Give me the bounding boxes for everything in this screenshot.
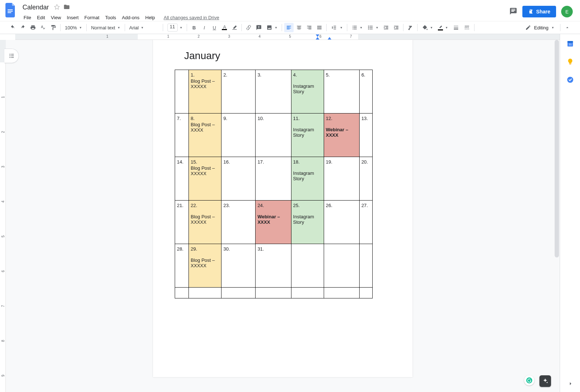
calendar-cell[interactable]: 9.	[221, 114, 256, 157]
highlight-color-button[interactable]	[230, 23, 239, 32]
move-folder-icon[interactable]	[63, 4, 70, 11]
document-area[interactable]: January 1.Blog Post – XXXXX2.3.4.Instagr…	[6, 40, 560, 392]
calendar-cell[interactable]	[291, 288, 324, 298]
calendar-cell[interactable]	[291, 244, 324, 288]
border-style-dropdown[interactable]	[462, 23, 472, 32]
share-button[interactable]: Share	[522, 6, 556, 17]
calendar-cell[interactable]: 5.	[324, 70, 359, 114]
calendar-table[interactable]: 1.Blog Post – XXXXX2.3.4.Instagram Story…	[175, 70, 373, 298]
calendar-cell[interactable]: 17.	[256, 157, 291, 201]
cell-fill-dropdown[interactable]: ▼	[420, 23, 435, 32]
side-panel-expand-icon[interactable]	[568, 381, 573, 388]
mode-dropdown[interactable]: Editing ▼	[522, 25, 558, 30]
doc-title[interactable]: Calendar	[21, 3, 50, 12]
calendar-cell[interactable]: 26.	[324, 201, 359, 244]
calendar-cell[interactable]: 3.	[256, 70, 291, 114]
calendar-cell[interactable]: 1.Blog Post – XXXXX	[189, 70, 221, 114]
outline-toggle[interactable]	[4, 49, 19, 63]
bold-button[interactable]: B	[189, 23, 199, 32]
menu-format[interactable]: Format	[82, 13, 102, 22]
menu-edit[interactable]: Edit	[34, 13, 47, 22]
insert-image-dropdown[interactable]: ▼	[264, 23, 279, 32]
calendar-cell[interactable]: 4.Instagram Story	[291, 70, 324, 114]
calendar-cell[interactable]: 27.	[359, 201, 372, 244]
spellcheck-button[interactable]	[38, 23, 48, 32]
print-button[interactable]	[28, 23, 38, 32]
calendar-cell[interactable]: 31.	[256, 244, 291, 288]
calendar-cell[interactable]: 20.	[359, 157, 372, 201]
border-color-dropdown[interactable]: ▼	[436, 23, 450, 32]
calendar-cell[interactable]: 16.	[221, 157, 256, 201]
menu-help[interactable]: Help	[143, 13, 158, 22]
keep-addon-icon[interactable]	[567, 58, 574, 65]
font-dropdown[interactable]: Arial▼	[127, 23, 161, 32]
calendar-cell[interactable]: 18.Instagram Story	[291, 157, 324, 201]
bulleted-list-dropdown[interactable]: ▼	[365, 23, 381, 32]
calendar-cell[interactable]	[175, 70, 189, 114]
decrease-indent-button[interactable]	[381, 23, 391, 32]
align-center-button[interactable]	[294, 23, 304, 32]
numbered-list-dropdown[interactable]: ▼	[349, 23, 365, 32]
docs-logo[interactable]	[4, 3, 18, 17]
menu-insert[interactable]: Insert	[64, 13, 81, 22]
page-title[interactable]: January	[184, 50, 391, 62]
calendar-cell[interactable]: 29.Blog Post – XXXXX	[189, 244, 221, 288]
calendar-cell[interactable]	[359, 244, 372, 288]
menu-view[interactable]: View	[48, 13, 63, 22]
calendar-cell[interactable]: 25.Instagram Story	[291, 201, 324, 244]
calendar-cell[interactable]: 14.	[175, 157, 189, 201]
calendar-cell[interactable]: 28.	[175, 244, 189, 288]
scrollbar-thumb[interactable]	[555, 40, 559, 257]
account-avatar[interactable]: E	[561, 6, 573, 17]
line-spacing-dropdown[interactable]: ▼	[329, 23, 345, 32]
align-right-button[interactable]	[304, 23, 314, 32]
calendar-cell[interactable]: 15.Blog Post – XXXXX	[189, 157, 221, 201]
paragraph-style-dropdown[interactable]: Normal text▼	[89, 23, 122, 32]
zoom-dropdown[interactable]: 100%▼	[63, 23, 84, 32]
undo-button[interactable]	[8, 23, 17, 32]
align-left-button[interactable]	[284, 23, 294, 32]
collapse-toolbar-button[interactable]	[563, 23, 572, 32]
align-justify-button[interactable]	[315, 23, 324, 32]
calendar-cell[interactable]	[324, 244, 359, 288]
text-color-button[interactable]: A	[220, 23, 229, 32]
table-row[interactable]: 28.29.Blog Post – XXXXX30.31.	[175, 244, 373, 288]
star-icon[interactable]	[54, 4, 60, 11]
increase-indent-button[interactable]	[392, 23, 401, 32]
grammarly-icon[interactable]	[524, 375, 534, 385]
calendar-cell[interactable]: 11.Instagram Story	[291, 114, 324, 157]
table-row[interactable]	[175, 288, 373, 298]
calendar-cell[interactable]: 10.	[256, 114, 291, 157]
paint-format-button[interactable]	[49, 23, 58, 32]
calendar-cell[interactable]	[189, 288, 221, 298]
calendar-cell[interactable]: 7.	[175, 114, 189, 157]
calendar-addon-icon[interactable]: 31	[567, 40, 574, 47]
table-row[interactable]: 1.Blog Post – XXXXX2.3.4.Instagram Story…	[175, 70, 373, 114]
calendar-cell[interactable]: 21.	[175, 201, 189, 244]
underline-button[interactable]: U	[210, 23, 219, 32]
insert-comment-button[interactable]	[254, 23, 264, 32]
calendar-cell[interactable]: 30.	[221, 244, 256, 288]
calendar-cell[interactable]	[324, 288, 359, 298]
calendar-cell[interactable]: 2.	[221, 70, 256, 114]
save-status[interactable]: All changes saved in Drive	[161, 13, 222, 22]
table-row[interactable]: 14.15.Blog Post – XXXXX16.17.18.Instagra…	[175, 157, 373, 201]
calendar-cell[interactable]	[256, 288, 291, 298]
calendar-cell[interactable]: 19.	[324, 157, 359, 201]
clear-formatting-button[interactable]	[406, 23, 415, 32]
font-size-field[interactable]: 11▼	[165, 23, 185, 32]
calendar-cell[interactable]	[175, 288, 189, 298]
menu-file[interactable]: File	[21, 13, 34, 22]
calendar-cell[interactable]	[359, 288, 372, 298]
calendar-cell[interactable]: 12.Webinar – XXXX	[324, 114, 359, 157]
menu-addons[interactable]: Add-ons	[119, 13, 142, 22]
calendar-cell[interactable]: 13.	[359, 114, 372, 157]
table-row[interactable]: 21.22.Blog Post – XXXXX23.24.Webinar – X…	[175, 201, 373, 244]
table-row[interactable]: 7.8.Blog Post – XXXX9.10.11.Instagram St…	[175, 114, 373, 157]
calendar-cell[interactable]: 24.Webinar – XXXX	[256, 201, 291, 244]
calendar-cell[interactable]: 23.	[221, 201, 256, 244]
calendar-cell[interactable]	[221, 288, 256, 298]
italic-button[interactable]: I	[199, 23, 209, 32]
comments-icon[interactable]	[509, 7, 517, 16]
vertical-ruler[interactable]: 123456789	[0, 40, 6, 392]
